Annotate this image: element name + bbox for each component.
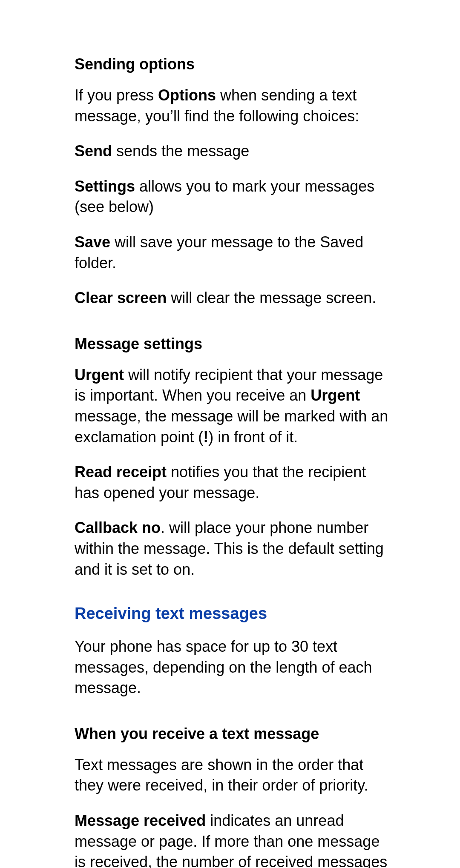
text-fragment: If you press	[75, 86, 158, 104]
bold-clear-screen: Clear screen	[75, 289, 167, 307]
bold-options: Options	[158, 86, 216, 104]
heading-when-you-receive: When you receive a text message	[75, 725, 394, 743]
message-settings-urgent: Urgent will notify recipient that your m…	[75, 365, 394, 447]
sending-option-clear-screen: Clear screen will clear the message scre…	[75, 288, 394, 309]
message-settings-read-receipt: Read receipt notifies you that the recip…	[75, 462, 394, 503]
sending-option-settings: Settings allows you to mark your message…	[75, 176, 394, 218]
sending-option-save: Save will save your message to the Saved…	[75, 232, 394, 273]
receiving-order-para: Text messages are shown in the order tha…	[75, 755, 394, 796]
bold-urgent: Urgent	[75, 366, 124, 384]
bold-message-received: Message received	[75, 812, 206, 829]
bold-send: Send	[75, 142, 112, 160]
bold-read-receipt: Read receipt	[75, 463, 167, 481]
bold-settings: Settings	[75, 178, 135, 195]
text-fragment: will clear the message screen.	[167, 289, 376, 307]
text-fragment: ) in front of it.	[208, 428, 298, 446]
sending-options-intro: If you press Options when sending a text…	[75, 85, 394, 126]
heading-sending-options: Sending options	[75, 55, 394, 73]
bold-save: Save	[75, 233, 110, 251]
heading-message-settings: Message settings	[75, 335, 394, 353]
receiving-message-received: Message received indicates an unread mes…	[75, 811, 394, 868]
bold-callback-no: Callback no	[75, 519, 161, 536]
sending-option-send: Send sends the message	[75, 141, 394, 162]
text-fragment: sends the message	[112, 142, 249, 160]
receiving-intro: Your phone has space for up to 30 text m…	[75, 636, 394, 699]
bold-exclamation: !	[203, 428, 208, 446]
bold-urgent-inline: Urgent	[310, 387, 360, 404]
section-title-receiving-text-messages: Receiving text messages	[75, 604, 394, 623]
message-settings-callback-no: Callback no. will place your phone numbe…	[75, 518, 394, 580]
text-fragment: will save your message to the Saved fold…	[75, 233, 363, 272]
